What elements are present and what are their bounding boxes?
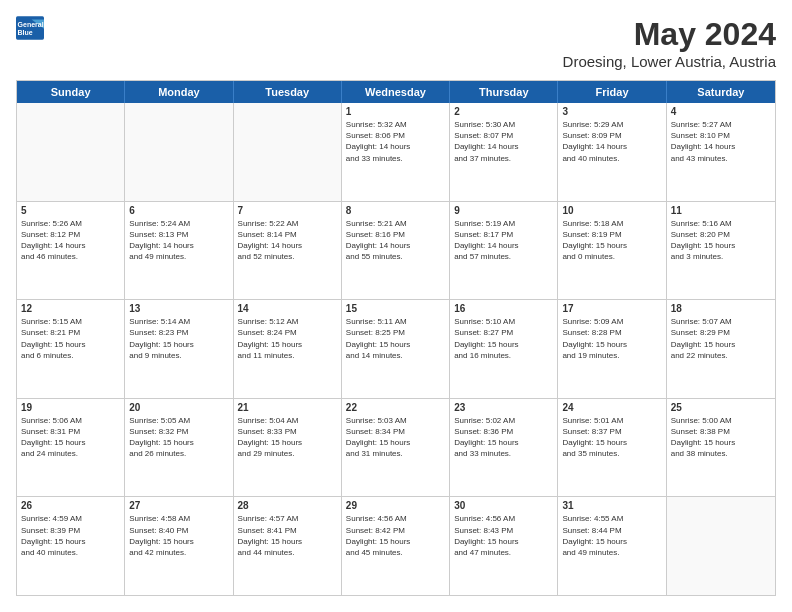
day-name-sunday: Sunday	[17, 81, 125, 103]
cell-info: Sunrise: 5:09 AM Sunset: 8:28 PM Dayligh…	[562, 316, 661, 361]
day-number: 23	[454, 402, 553, 413]
main-title: May 2024	[563, 16, 776, 53]
calendar-cell-day-6: 6Sunrise: 5:24 AM Sunset: 8:13 PM Daylig…	[125, 202, 233, 300]
day-number: 21	[238, 402, 337, 413]
calendar-cell-day-21: 21Sunrise: 5:04 AM Sunset: 8:33 PM Dayli…	[234, 399, 342, 497]
page: General Blue May 2024 Droesing, Lower Au…	[0, 0, 792, 612]
day-name-saturday: Saturday	[667, 81, 775, 103]
calendar-cell-day-19: 19Sunrise: 5:06 AM Sunset: 8:31 PM Dayli…	[17, 399, 125, 497]
logo: General Blue	[16, 16, 44, 40]
calendar-cell-empty	[234, 103, 342, 201]
cell-info: Sunrise: 5:11 AM Sunset: 8:25 PM Dayligh…	[346, 316, 445, 361]
day-number: 13	[129, 303, 228, 314]
svg-text:Blue: Blue	[18, 29, 33, 36]
day-number: 18	[671, 303, 771, 314]
cell-info: Sunrise: 5:15 AM Sunset: 8:21 PM Dayligh…	[21, 316, 120, 361]
calendar-cell-empty	[125, 103, 233, 201]
cell-info: Sunrise: 5:06 AM Sunset: 8:31 PM Dayligh…	[21, 415, 120, 460]
calendar-cell-day-25: 25Sunrise: 5:00 AM Sunset: 8:38 PM Dayli…	[667, 399, 775, 497]
day-number: 30	[454, 500, 553, 511]
cell-info: Sunrise: 5:32 AM Sunset: 8:06 PM Dayligh…	[346, 119, 445, 164]
cell-info: Sunrise: 5:07 AM Sunset: 8:29 PM Dayligh…	[671, 316, 771, 361]
cell-info: Sunrise: 5:30 AM Sunset: 8:07 PM Dayligh…	[454, 119, 553, 164]
day-number: 24	[562, 402, 661, 413]
day-number: 4	[671, 106, 771, 117]
day-name-thursday: Thursday	[450, 81, 558, 103]
day-name-friday: Friday	[558, 81, 666, 103]
calendar: SundayMondayTuesdayWednesdayThursdayFrid…	[16, 80, 776, 596]
calendar-cell-day-18: 18Sunrise: 5:07 AM Sunset: 8:29 PM Dayli…	[667, 300, 775, 398]
day-number: 25	[671, 402, 771, 413]
calendar-body: 1Sunrise: 5:32 AM Sunset: 8:06 PM Daylig…	[17, 103, 775, 595]
cell-info: Sunrise: 5:27 AM Sunset: 8:10 PM Dayligh…	[671, 119, 771, 164]
day-number: 8	[346, 205, 445, 216]
day-name-wednesday: Wednesday	[342, 81, 450, 103]
day-number: 26	[21, 500, 120, 511]
day-number: 12	[21, 303, 120, 314]
day-number: 14	[238, 303, 337, 314]
cell-info: Sunrise: 5:05 AM Sunset: 8:32 PM Dayligh…	[129, 415, 228, 460]
general-blue-icon: General Blue	[16, 16, 44, 40]
calendar-week-3: 12Sunrise: 5:15 AM Sunset: 8:21 PM Dayli…	[17, 300, 775, 399]
cell-info: Sunrise: 5:03 AM Sunset: 8:34 PM Dayligh…	[346, 415, 445, 460]
calendar-week-1: 1Sunrise: 5:32 AM Sunset: 8:06 PM Daylig…	[17, 103, 775, 202]
cell-info: Sunrise: 5:18 AM Sunset: 8:19 PM Dayligh…	[562, 218, 661, 263]
header: General Blue May 2024 Droesing, Lower Au…	[16, 16, 776, 70]
calendar-cell-day-26: 26Sunrise: 4:59 AM Sunset: 8:39 PM Dayli…	[17, 497, 125, 595]
calendar-week-4: 19Sunrise: 5:06 AM Sunset: 8:31 PM Dayli…	[17, 399, 775, 498]
calendar-week-2: 5Sunrise: 5:26 AM Sunset: 8:12 PM Daylig…	[17, 202, 775, 301]
calendar-cell-day-8: 8Sunrise: 5:21 AM Sunset: 8:16 PM Daylig…	[342, 202, 450, 300]
cell-info: Sunrise: 5:12 AM Sunset: 8:24 PM Dayligh…	[238, 316, 337, 361]
day-number: 11	[671, 205, 771, 216]
cell-info: Sunrise: 5:02 AM Sunset: 8:36 PM Dayligh…	[454, 415, 553, 460]
calendar-cell-empty	[17, 103, 125, 201]
calendar-cell-day-10: 10Sunrise: 5:18 AM Sunset: 8:19 PM Dayli…	[558, 202, 666, 300]
calendar-cell-day-5: 5Sunrise: 5:26 AM Sunset: 8:12 PM Daylig…	[17, 202, 125, 300]
cell-info: Sunrise: 4:55 AM Sunset: 8:44 PM Dayligh…	[562, 513, 661, 558]
cell-info: Sunrise: 5:14 AM Sunset: 8:23 PM Dayligh…	[129, 316, 228, 361]
day-number: 27	[129, 500, 228, 511]
day-number: 28	[238, 500, 337, 511]
calendar-cell-day-4: 4Sunrise: 5:27 AM Sunset: 8:10 PM Daylig…	[667, 103, 775, 201]
day-number: 20	[129, 402, 228, 413]
subtitle: Droesing, Lower Austria, Austria	[563, 53, 776, 70]
day-name-tuesday: Tuesday	[234, 81, 342, 103]
cell-info: Sunrise: 5:16 AM Sunset: 8:20 PM Dayligh…	[671, 218, 771, 263]
day-number: 31	[562, 500, 661, 511]
cell-info: Sunrise: 5:21 AM Sunset: 8:16 PM Dayligh…	[346, 218, 445, 263]
calendar-cell-day-16: 16Sunrise: 5:10 AM Sunset: 8:27 PM Dayli…	[450, 300, 558, 398]
calendar-cell-day-11: 11Sunrise: 5:16 AM Sunset: 8:20 PM Dayli…	[667, 202, 775, 300]
cell-info: Sunrise: 4:59 AM Sunset: 8:39 PM Dayligh…	[21, 513, 120, 558]
calendar-cell-day-29: 29Sunrise: 4:56 AM Sunset: 8:42 PM Dayli…	[342, 497, 450, 595]
calendar-cell-day-14: 14Sunrise: 5:12 AM Sunset: 8:24 PM Dayli…	[234, 300, 342, 398]
day-number: 10	[562, 205, 661, 216]
day-number: 19	[21, 402, 120, 413]
cell-info: Sunrise: 4:56 AM Sunset: 8:42 PM Dayligh…	[346, 513, 445, 558]
cell-info: Sunrise: 4:57 AM Sunset: 8:41 PM Dayligh…	[238, 513, 337, 558]
day-number: 6	[129, 205, 228, 216]
calendar-cell-day-30: 30Sunrise: 4:56 AM Sunset: 8:43 PM Dayli…	[450, 497, 558, 595]
day-number: 17	[562, 303, 661, 314]
svg-text:General: General	[18, 21, 44, 28]
day-number: 3	[562, 106, 661, 117]
cell-info: Sunrise: 5:26 AM Sunset: 8:12 PM Dayligh…	[21, 218, 120, 263]
cell-info: Sunrise: 5:01 AM Sunset: 8:37 PM Dayligh…	[562, 415, 661, 460]
calendar-cell-day-20: 20Sunrise: 5:05 AM Sunset: 8:32 PM Dayli…	[125, 399, 233, 497]
day-number: 16	[454, 303, 553, 314]
day-number: 9	[454, 205, 553, 216]
calendar-cell-day-9: 9Sunrise: 5:19 AM Sunset: 8:17 PM Daylig…	[450, 202, 558, 300]
cell-info: Sunrise: 5:22 AM Sunset: 8:14 PM Dayligh…	[238, 218, 337, 263]
day-number: 22	[346, 402, 445, 413]
cell-info: Sunrise: 4:58 AM Sunset: 8:40 PM Dayligh…	[129, 513, 228, 558]
cell-info: Sunrise: 4:56 AM Sunset: 8:43 PM Dayligh…	[454, 513, 553, 558]
calendar-cell-day-28: 28Sunrise: 4:57 AM Sunset: 8:41 PM Dayli…	[234, 497, 342, 595]
calendar-cell-day-13: 13Sunrise: 5:14 AM Sunset: 8:23 PM Dayli…	[125, 300, 233, 398]
cell-info: Sunrise: 5:04 AM Sunset: 8:33 PM Dayligh…	[238, 415, 337, 460]
day-number: 5	[21, 205, 120, 216]
calendar-header: SundayMondayTuesdayWednesdayThursdayFrid…	[17, 81, 775, 103]
cell-info: Sunrise: 5:24 AM Sunset: 8:13 PM Dayligh…	[129, 218, 228, 263]
calendar-cell-day-17: 17Sunrise: 5:09 AM Sunset: 8:28 PM Dayli…	[558, 300, 666, 398]
calendar-cell-day-2: 2Sunrise: 5:30 AM Sunset: 8:07 PM Daylig…	[450, 103, 558, 201]
cell-info: Sunrise: 5:29 AM Sunset: 8:09 PM Dayligh…	[562, 119, 661, 164]
calendar-cell-day-27: 27Sunrise: 4:58 AM Sunset: 8:40 PM Dayli…	[125, 497, 233, 595]
